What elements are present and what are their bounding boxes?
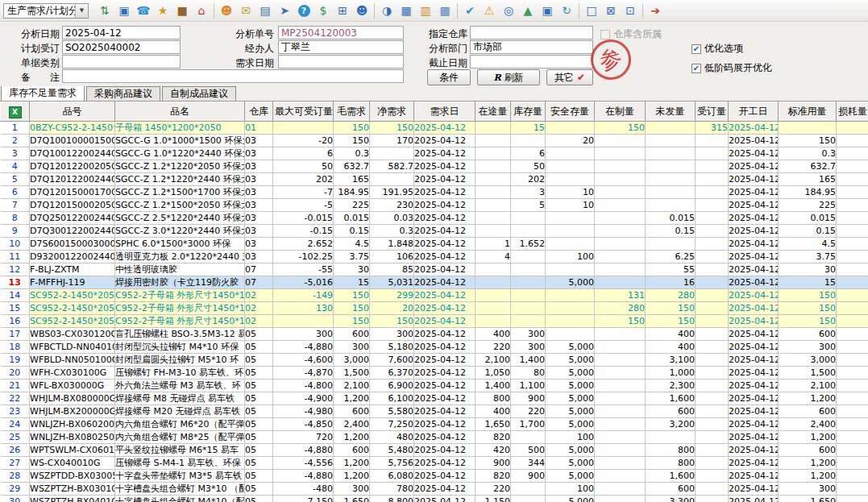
cell[interactable]: -4,880 (273, 341, 334, 354)
cell[interactable]: 2025-04-12 (414, 212, 476, 225)
cell[interactable]: 03 (245, 186, 273, 199)
cell[interactable] (476, 263, 511, 276)
column-header[interactable]: 受订量 (696, 102, 729, 122)
row-number[interactable]: 12 (1, 263, 30, 276)
cell[interactable]: -55 (273, 263, 334, 276)
cell[interactable]: 20 (546, 135, 595, 147)
cell[interactable]: 100 (546, 251, 595, 263)
cell[interactable]: 0.015 (334, 212, 370, 225)
cell[interactable]: 2025-04-12 (414, 444, 476, 457)
monitor-icon[interactable]: ▣ (114, 2, 134, 19)
cell[interactable]: 2025-04-12 (729, 392, 779, 405)
cell[interactable] (476, 302, 511, 315)
calculator-icon[interactable]: ▦ (397, 2, 416, 19)
column-header[interactable]: 库存量 (511, 102, 546, 122)
cell[interactable] (696, 276, 729, 289)
cell[interactable] (837, 457, 868, 470)
cell[interactable]: 400 (476, 328, 511, 341)
cell[interactable]: 2,400 (779, 418, 837, 431)
cell[interactable]: 2025-04-12 (414, 238, 476, 251)
cell[interactable]: 150 (779, 289, 837, 302)
row-number[interactable]: 23 (1, 405, 30, 418)
cell[interactable]: 03 (245, 147, 273, 160)
cell[interactable]: -5,016 (273, 276, 334, 289)
table-row[interactable]: 16SC952-2-1450*2050-1C952-2子母箱 外形尺寸1450*… (1, 315, 868, 328)
cell[interactable]: WFH-CX030100G (30, 367, 115, 380)
cell[interactable] (646, 147, 696, 160)
approve-icon[interactable]: ✔ (460, 2, 480, 19)
cell[interactable]: SGCC-Z 1.2*1220*2440 环保大 (115, 173, 245, 186)
column-header[interactable]: 净需求 (370, 102, 414, 122)
cell[interactable] (837, 135, 868, 147)
cell[interactable]: 202 (273, 173, 334, 186)
cell[interactable]: 150 (595, 315, 646, 328)
cell[interactable]: D7Q1001220024400G (30, 147, 115, 160)
cell[interactable] (595, 251, 646, 263)
cell[interactable]: 十字槽盘头组合螺钉 M3*10 （配 (115, 483, 245, 496)
cell[interactable]: 2025-04-12 (414, 496, 476, 502)
table-row[interactable]: 13F-MFFHJ-119焊接用密封胶（卡立119防火胶07-5,016155,… (1, 276, 868, 289)
report-icon[interactable]: ◑ (377, 2, 397, 19)
cell[interactable]: 2025-04-12 (414, 160, 476, 173)
cell[interactable] (595, 392, 646, 405)
cell[interactable]: D932001220024400G (30, 251, 115, 263)
cell[interactable]: 1,150 (476, 496, 511, 502)
cell[interactable]: -4,600 (273, 354, 334, 367)
cell[interactable]: -20 (273, 135, 334, 147)
cell[interactable]: 05 (245, 457, 273, 470)
remark-input[interactable] (62, 69, 404, 83)
cell[interactable]: 1,500 (334, 367, 370, 380)
cell[interactable]: 900 (476, 457, 511, 470)
cell[interactable]: 420 (476, 444, 511, 457)
cell[interactable]: 2025-04-12 (414, 302, 476, 315)
cell[interactable]: 150 (334, 135, 370, 147)
cell[interactable]: 4 (476, 251, 511, 263)
cell[interactable]: 280 (646, 289, 696, 302)
row-number[interactable]: 24 (1, 418, 30, 431)
cell[interactable]: 150 (779, 135, 837, 147)
cell[interactable] (595, 173, 646, 186)
cell[interactable]: 2025-04-12 (414, 470, 476, 483)
cell[interactable]: 30 (334, 263, 370, 276)
table-row[interactable]: 23WHJLM-BX200000G焊接螺母 M20 无碰焊点 易车铁05-4,9… (1, 405, 868, 418)
home-icon[interactable]: ⌂ (192, 2, 211, 19)
cell[interactable] (837, 173, 868, 186)
column-header[interactable]: 安全存量 (546, 102, 595, 122)
cell[interactable]: 7,600 (370, 354, 414, 367)
cell[interactable]: 1,600 (646, 470, 696, 483)
cell[interactable] (696, 160, 729, 173)
cell[interactable] (511, 263, 546, 276)
cell[interactable]: 03 (245, 225, 273, 238)
cell[interactable]: 2025-04-12 (729, 380, 779, 392)
handler-input[interactable] (278, 40, 404, 54)
cell[interactable]: 平头竖纹拉铆螺母 M6*15 易车 (115, 444, 245, 457)
excel-export-button[interactable]: X (1, 102, 30, 122)
cell[interactable]: 02 (245, 289, 273, 302)
cell[interactable]: 400 (646, 341, 696, 354)
row-number[interactable]: 19 (1, 354, 30, 367)
cell[interactable]: -4,900 (273, 392, 334, 405)
cell[interactable]: 1,600 (646, 392, 696, 405)
cell[interactable]: WS-CX040010G (30, 457, 115, 470)
cell[interactable]: D7Q1201500020500G (30, 199, 115, 212)
cell[interactable]: 15 (511, 122, 546, 135)
cell[interactable]: 2025-04-12 (414, 431, 476, 444)
cell[interactable]: SGCC-G 1.0*1220*2440 环保大 (115, 147, 245, 160)
cell[interactable]: 6,100 (370, 392, 414, 405)
cell[interactable] (696, 186, 729, 199)
table-row[interactable]: 9D7Q3001220024400GSGCC-Z 3.0*1220*2440 环… (1, 225, 868, 238)
cell[interactable] (595, 263, 646, 276)
cell[interactable]: 2025-04-12 (729, 186, 779, 199)
table-row[interactable]: 21WFL-BX030000G外六角法兰螺母 M3 易车铁、环05-4,8002… (1, 380, 868, 392)
cell[interactable] (696, 483, 729, 496)
cell[interactable]: 165 (779, 173, 837, 186)
cell[interactable] (595, 354, 646, 367)
cell[interactable] (837, 315, 868, 328)
cell[interactable] (837, 380, 868, 392)
cell[interactable]: C952-2子母箱 外形尺寸1450*12 (115, 315, 245, 328)
cell[interactable] (595, 483, 646, 496)
cell[interactable]: SC952-2-1450*2050-1 (30, 315, 115, 328)
column-header[interactable]: 在制量 (595, 102, 646, 122)
key-icon[interactable]: ➤ (275, 2, 294, 19)
cell[interactable]: 1,200 (779, 392, 837, 405)
